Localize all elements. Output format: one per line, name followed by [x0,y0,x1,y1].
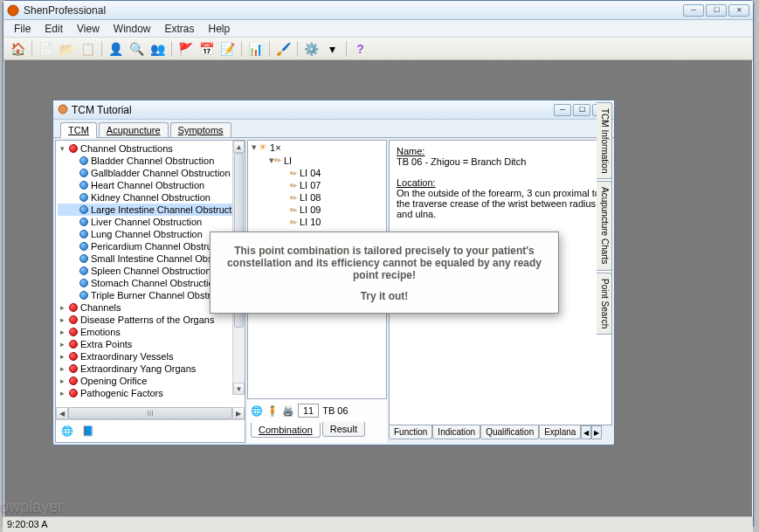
tab-scroll-left-icon[interactable]: ◀ [581,425,591,439]
globe-icon[interactable]: 🌐 [251,405,263,417]
location-value: On the outside of the forearm, 3 cun pro… [397,188,604,219]
toolbar-sep [241,41,242,57]
toolbar-find-icon[interactable]: 🔍 [128,39,146,58]
tree-item[interactable]: Channels [80,302,121,313]
tutorial-titlebar[interactable]: TCM Tutorial ─ ☐ ✕ [53,100,614,120]
toolbar-chart-icon[interactable]: 📊 [246,39,265,58]
toolbar-copy-icon[interactable]: 📋 [79,39,97,58]
toolbar-open-icon[interactable]: 📂 [58,39,76,58]
tree-hscrollbar[interactable]: ◀ III ▶ [56,407,245,419]
toolbar-new-icon[interactable]: 📄 [37,39,55,58]
tab-function[interactable]: Function [389,425,432,439]
vtab-charts[interactable]: Acupuncture Charts [597,181,612,270]
menu-help[interactable]: Help [202,21,238,37]
info-popup[interactable]: This point combination is tailored preci… [210,231,559,314]
toolbar-note-icon[interactable]: 📝 [218,39,237,58]
tab-explanation[interactable]: Explana [539,425,581,439]
tab-combination[interactable]: Combination [251,423,321,438]
tree-item[interactable]: Triple Burner Channel Obstr [91,290,210,301]
point-item[interactable]: LI 10 [300,217,321,227]
current-point: TB 06 [322,405,348,416]
tab-acupuncture[interactable]: Acupuncture [99,122,169,137]
points-tabstrip: Combination Result [247,422,387,437]
toolbar-dropdown-icon[interactable]: ▾ [323,39,342,58]
body-icon[interactable]: 🧍 [266,405,279,417]
child-minimize-button[interactable]: ─ [554,104,571,116]
globe-icon[interactable]: 🌐 [61,425,73,437]
tree-item[interactable]: Gallbladder Channel Obstruction [91,168,231,178]
maximize-button[interactable]: ☐ [706,4,727,17]
menu-window[interactable]: Window [107,21,158,37]
toolbar-home-icon[interactable]: 🏠 [9,39,27,58]
point-item[interactable]: LI 08 [300,192,321,203]
scroll-thumb-h[interactable]: III [68,407,232,419]
scroll-down-icon[interactable]: ▼ [233,383,245,395]
name-label: Name: [397,146,424,156]
menu-extras[interactable]: Extras [158,21,202,37]
tree-item[interactable]: Heart Channel Obstruction [91,180,204,190]
vtab-search[interactable]: Point Search [597,273,612,335]
sun-icon: ☀ [259,142,267,153]
point-item[interactable]: LI 09 [300,204,321,215]
points-toolbar: 🌐 🧍 🖨️ 11 TB 06 [247,401,387,420]
tab-result[interactable]: Result [322,422,365,437]
minimize-button[interactable]: ─ [683,4,704,17]
toolbar-calendar-icon[interactable]: 📅 [197,39,216,58]
tree-item[interactable]: Bladder Channel Obstruction [91,155,214,166]
tree-footer: 🌐 📘 [56,419,245,442]
tree-item[interactable]: Extraordinary Vessels [80,351,173,362]
tree-item[interactable]: Opening Orifice [80,376,147,386]
menu-edit[interactable]: Edit [38,21,70,37]
tree-item[interactable]: Small Intestine Channel Obst [91,253,215,264]
menu-file[interactable]: File [7,21,38,37]
tree-item[interactable]: Emotions [80,327,121,337]
tab-symptoms[interactable]: Symptoms [170,122,231,137]
toolbar-gear-icon[interactable]: ⚙️ [302,39,321,58]
tree-item[interactable]: Spleen Channel Obstruction [91,266,211,276]
tree-item[interactable]: Pericardium Channel Obstruc [91,241,217,252]
scroll-left-icon[interactable]: ◀ [56,407,68,419]
tree-item[interactable]: Kidney Channel Obstruction [91,192,210,203]
menu-view[interactable]: View [70,21,107,37]
printer-icon[interactable]: 🖨️ [282,405,294,417]
toolbar-address-icon[interactable]: 👤 [107,39,125,58]
tree-item[interactable]: Large Intestine Channel Obstructio [91,204,232,215]
needle-icon: ✎ [287,204,299,216]
scroll-up-icon[interactable]: ▲ [233,141,245,153]
toolbar-brush-icon[interactable]: 🖌️ [274,39,293,58]
detail-tabstrip: Function Indication Qualification Explan… [389,425,612,443]
tree-item[interactable]: Stomach Channel Obstructio [91,278,214,288]
tree-item[interactable]: Channel Obstructions [80,143,173,154]
main-toolbar: 🏠 📄 📂 📋 👤 🔍 👥 🚩 📅 📝 📊 🖌️ ⚙️ ▾ ? [3,38,753,60]
tree-item[interactable]: Pathogenic Factors [80,388,163,398]
vtab-info[interactable]: TCM Information [597,102,612,179]
tree-item[interactable]: Extra Points [80,339,132,349]
main-titlebar[interactable]: ShenProfessional ─ ☐ ✕ [3,1,753,20]
tree-item[interactable]: Lung Channel Obstruction [91,229,203,239]
book-icon[interactable]: 📘 [82,425,94,437]
needle-icon: ✎ [287,191,299,204]
toolbar-help-icon[interactable]: ? [351,39,369,58]
main-tabstrip: TCM Acupuncture Symptoms [53,120,614,137]
tab-scroll-right-icon[interactable]: ▶ [591,425,602,439]
tree-item[interactable]: Extraordinary Yang Organs [80,363,196,374]
toolbar-patient-icon[interactable]: 👥 [148,39,167,58]
scroll-right-icon[interactable]: ▶ [232,407,245,419]
app-title: ShenProfessional [24,4,683,17]
statusbar: 9:20:03 A [3,516,753,532]
tab-qualification[interactable]: Qualification [480,425,539,439]
point-group[interactable]: LI [284,155,292,166]
tree-item[interactable]: Disease Patterns of the Organs [80,314,214,325]
tree-item[interactable]: Liver Channel Obstruction [91,217,202,227]
toolbar-flag-icon[interactable]: 🚩 [176,39,195,58]
needle-icon: ✎ [287,179,299,191]
tab-tcm[interactable]: TCM [60,122,97,138]
point-item[interactable]: LI 04 [300,168,321,178]
needle-icon: ✎ [287,167,299,179]
close-button[interactable]: ✕ [728,4,749,17]
tutorial-icon [58,104,68,116]
vertical-tabs: TCM Information Acupuncture Charts Point… [597,102,612,335]
child-maximize-button[interactable]: ☐ [573,104,590,116]
tab-indication[interactable]: Indication [432,425,480,439]
point-item[interactable]: LI 07 [300,180,321,190]
